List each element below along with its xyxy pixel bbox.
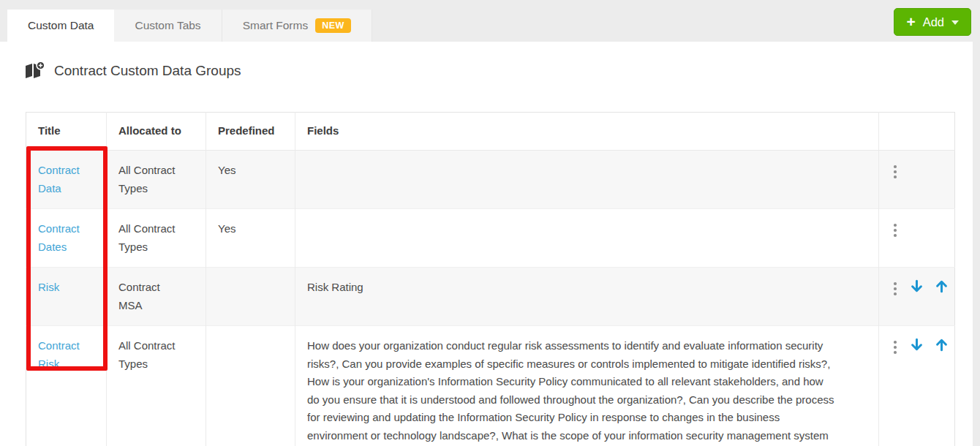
group-link-contract-risk[interactable]: Contract Risk (38, 339, 80, 370)
arrow-down-icon[interactable] (909, 279, 924, 294)
tab-custom-data[interactable]: Custom Data (7, 10, 114, 42)
allocated-to-value: All Contract Types (118, 220, 184, 256)
page-title: Contract Custom Data Groups (54, 63, 241, 79)
column-header-predefined: Predefined (206, 113, 295, 151)
group-link-contract-data[interactable]: Contract Data (38, 164, 80, 194)
table-row: Risk Contract MSA Risk Rating (26, 268, 955, 326)
new-badge: NEW (315, 18, 351, 33)
column-header-fields: Fields (295, 113, 879, 151)
add-button-label: Add (923, 15, 944, 29)
predefined-value: Yes (218, 222, 235, 235)
tab-custom-tabs[interactable]: Custom Tabs (114, 10, 222, 42)
book-plus-icon (24, 61, 46, 80)
arrow-up-icon[interactable] (934, 279, 949, 294)
tab-group: Custom Data Custom Tabs Smart Forms NEW (7, 10, 372, 42)
custom-data-settings-page: Custom Data Custom Tabs Smart Forms NEW … (0, 0, 980, 446)
kebab-menu-icon[interactable] (891, 281, 900, 297)
table-row: Contract Data All Contract Types Yes (26, 151, 955, 209)
tab-bar: Custom Data Custom Tabs Smart Forms NEW … (0, 0, 980, 42)
column-header-actions (879, 113, 955, 151)
table-header-row: Title Allocated to Predefined Fields (26, 113, 955, 151)
allocated-to-value: All Contract Types (118, 337, 184, 373)
arrow-up-icon[interactable] (934, 337, 949, 352)
tab-custom-data-label: Custom Data (28, 19, 94, 32)
group-link-contract-dates[interactable]: Contract Dates (38, 222, 80, 253)
table-row: Contract Dates All Contract Types Yes (26, 209, 955, 268)
predefined-value: Yes (218, 164, 235, 176)
column-header-allocated-to: Allocated to (107, 113, 206, 151)
tab-custom-tabs-label: Custom Tabs (135, 19, 200, 32)
custom-data-groups-table: Title Allocated to Predefined Fields Con… (26, 112, 954, 446)
fields-value: Risk Rating (307, 279, 835, 297)
table-row: Contract Risk All Contract Types How doe… (26, 326, 955, 446)
plus-icon: + (906, 14, 915, 29)
tab-smart-forms[interactable]: Smart Forms NEW (222, 10, 372, 42)
allocated-to-value: All Contract Types (118, 162, 184, 197)
kebab-menu-icon[interactable] (891, 222, 900, 238)
chevron-down-icon (951, 20, 959, 25)
page-title-row: Contract Custom Data Groups (24, 61, 241, 80)
column-header-title: Title (26, 113, 107, 151)
kebab-menu-icon[interactable] (891, 164, 900, 180)
tab-smart-forms-label: Smart Forms (243, 19, 309, 32)
arrow-down-icon[interactable] (909, 337, 924, 352)
add-button[interactable]: + Add (894, 8, 971, 36)
kebab-menu-icon[interactable] (891, 339, 900, 355)
window-edge-strip (973, 0, 980, 446)
group-link-risk[interactable]: Risk (38, 281, 59, 293)
fields-value: How does your organization conduct regul… (307, 337, 835, 446)
allocated-to-value: Contract MSA (118, 279, 184, 314)
